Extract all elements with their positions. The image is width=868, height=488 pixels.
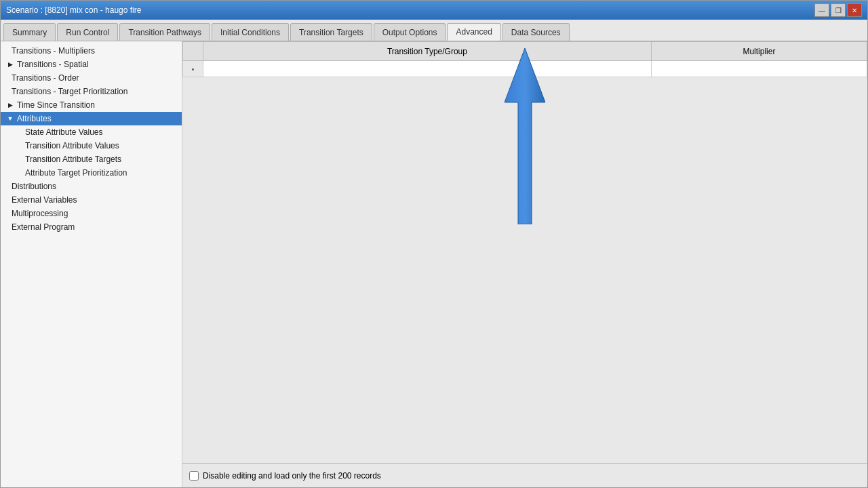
main-window: Scenario : [8820] mix con - haugo fire —… (0, 0, 868, 488)
sidebar-item-external-program[interactable]: External Program (1, 220, 182, 234)
tab-run-control[interactable]: Run Control (57, 23, 118, 41)
sidebar-item-transition-attribute-targets[interactable]: Transition Attribute Targets (1, 152, 182, 166)
close-button[interactable]: ✕ (847, 3, 862, 17)
main-content: Transitions - Multipliers ▶ Transitions … (1, 41, 867, 487)
chevron-right-icon-2: ▶ (6, 101, 14, 109)
sidebar-item-multiprocessing[interactable]: Multiprocessing (1, 207, 182, 220)
tab-transition-targets[interactable]: Transition Targets (290, 23, 372, 41)
chevron-right-icon: ▶ (6, 60, 14, 68)
sidebar: Transitions - Multipliers ▶ Transitions … (1, 41, 182, 487)
row-num-cell: • (183, 61, 203, 77)
footer-bar: Disable editing and load only the first … (182, 463, 867, 487)
sidebar-item-external-variables[interactable]: External Variables (1, 193, 182, 207)
tab-transition-pathways[interactable]: Transition Pathways (119, 23, 210, 41)
disable-editing-checkbox[interactable] (189, 471, 199, 481)
data-grid: Transition Type/Group Multiplier • (182, 41, 867, 77)
content-area: Transition Type/Group Multiplier • (182, 41, 867, 487)
table-row: • (183, 61, 867, 77)
sidebar-item-time-since-transition[interactable]: ▶ Time Since Transition (1, 98, 182, 112)
tab-summary[interactable]: Summary (3, 23, 56, 41)
col-header-row-num (183, 42, 203, 61)
col-header-multiplier: Multiplier (651, 42, 867, 61)
tab-initial-conditions[interactable]: Initial Conditions (212, 23, 289, 41)
title-bar: Scenario : [8820] mix con - haugo fire —… (1, 1, 867, 20)
sidebar-item-attribute-target-prioritization[interactable]: Attribute Target Prioritization (1, 166, 182, 180)
tab-bar: Summary Run Control Transition Pathways … (1, 20, 867, 41)
sidebar-item-transitions-multipliers[interactable]: Transitions - Multipliers (1, 44, 182, 58)
tab-output-options[interactable]: Output Options (374, 23, 446, 41)
maximize-button[interactable]: ❐ (831, 3, 846, 17)
disable-editing-label[interactable]: Disable editing and load only the first … (189, 471, 381, 481)
transition-type-group-cell[interactable] (203, 61, 652, 77)
arrow-overlay (182, 41, 867, 463)
window-controls: — ❐ ✕ (814, 3, 862, 17)
sidebar-item-transitions-order[interactable]: Transitions - Order (1, 71, 182, 85)
tab-advanced[interactable]: Advanced (447, 23, 500, 41)
window-title: Scenario : [8820] mix con - haugo fire (6, 5, 141, 15)
col-header-transition-type-group: Transition Type/Group (203, 42, 652, 61)
sidebar-item-distributions[interactable]: Distributions (1, 180, 182, 193)
grid-area: Transition Type/Group Multiplier • (182, 41, 867, 463)
disable-editing-text: Disable editing and load only the first … (203, 471, 381, 481)
multiplier-cell[interactable] (651, 61, 867, 77)
sidebar-item-transitions-spatial[interactable]: ▶ Transitions - Spatial (1, 58, 182, 71)
sidebar-item-attributes[interactable]: ▼ Attributes (1, 112, 182, 125)
tab-data-sources[interactable]: Data Sources (502, 23, 570, 41)
sidebar-item-transition-attribute-values[interactable]: Transition Attribute Values (1, 139, 182, 152)
sidebar-item-transitions-target-prioritization[interactable]: Transitions - Target Prioritization (1, 85, 182, 98)
sidebar-item-state-attribute-values[interactable]: State Attribute Values (1, 125, 182, 139)
minimize-button[interactable]: — (814, 3, 829, 17)
chevron-down-icon: ▼ (6, 115, 14, 123)
